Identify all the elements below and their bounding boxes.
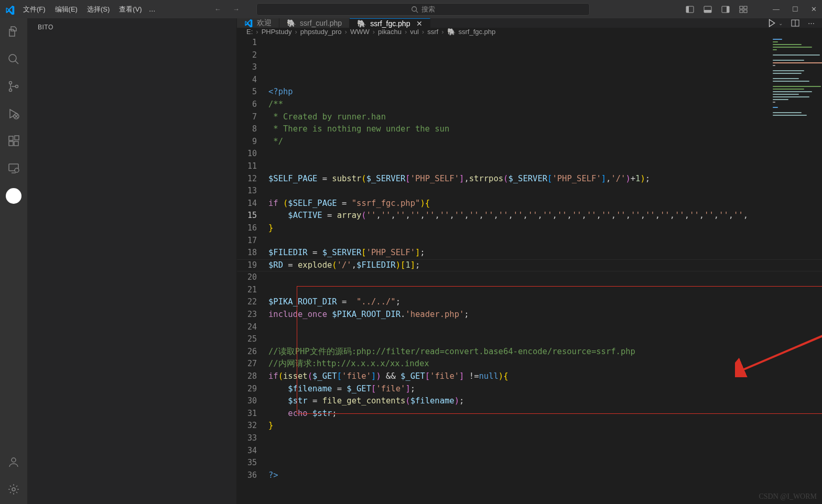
breadcrumb-file[interactable]: ssrf_fgc.php	[459, 28, 496, 36]
svg-line-13	[15, 61, 18, 64]
explorer-icon[interactable]	[6, 25, 21, 39]
bito-icon[interactable]	[6, 188, 21, 204]
breadcrumb[interactable]: E:› PHPstudy› phpstudy_pro› WWW› pikachu…	[237, 28, 822, 36]
php-icon: 🐘	[447, 28, 456, 36]
minimap[interactable]	[770, 36, 822, 172]
settings-icon[interactable]	[6, 482, 21, 497]
svg-rect-21	[15, 136, 19, 140]
tab-ssrf-curl[interactable]: 🐘 ssrf_curl.php	[279, 18, 350, 28]
vscode-logo-icon	[5, 5, 14, 14]
layout-secondary-icon[interactable]	[721, 5, 730, 14]
tab-ssrf-fgc[interactable]: 🐘 ssrf_fgc.php ✕	[350, 18, 430, 28]
menu-select[interactable]: 选择(S)	[87, 5, 110, 14]
svg-rect-7	[727, 6, 729, 13]
layout-customize-icon[interactable]	[739, 5, 748, 14]
account-icon[interactable]	[6, 455, 21, 469]
svg-point-14	[9, 82, 12, 84]
svg-point-12	[9, 54, 16, 62]
menu-view[interactable]: 查看(V)	[119, 5, 142, 14]
search-icon	[411, 6, 418, 13]
svg-point-16	[16, 85, 18, 88]
window-minimize-button[interactable]: —	[773, 5, 780, 13]
breadcrumb-segment[interactable]: E:	[246, 28, 253, 36]
watermark-text: CSDN @I_WORM	[759, 492, 817, 501]
window-close-button[interactable]: ✕	[811, 5, 817, 13]
tab-label: ssrf_fgc.php	[370, 19, 410, 28]
svg-rect-9	[744, 6, 747, 9]
run-file-button[interactable]	[767, 18, 776, 28]
tab-welcome[interactable]: 欢迎	[237, 18, 279, 28]
source-control-icon[interactable]	[6, 79, 21, 94]
svg-rect-19	[9, 141, 13, 146]
tab-close-icon[interactable]: ✕	[416, 19, 423, 28]
code-content[interactable]: <?php/** * Created by runner.han * There…	[268, 36, 822, 504]
svg-rect-11	[744, 10, 747, 13]
vscode-icon	[244, 19, 253, 27]
breadcrumb-segment[interactable]: pikachu	[378, 28, 402, 36]
php-icon: 🐘	[357, 19, 366, 28]
activity-bar	[0, 18, 27, 504]
title-bar: 文件(F) 编辑(E) 选择(S) 查看(V) … ← → 搜索 — ☐ ✕	[0, 0, 822, 18]
editor-tabs: 欢迎 🐘 ssrf_curl.php 🐘 ssrf_fgc.php ✕ ⌄ ⋯	[237, 18, 822, 28]
window-maximize-button[interactable]: ☐	[792, 5, 798, 13]
menu-edit[interactable]: 编辑(E)	[55, 5, 78, 14]
sidebar-panel: BITO	[27, 18, 237, 504]
menu-file[interactable]: 文件(F)	[23, 5, 46, 14]
svg-rect-18	[9, 136, 13, 140]
main-menu: 文件(F) 编辑(E) 选择(S) 查看(V)	[23, 5, 142, 14]
code-editor[interactable]: 1234567891011121314151617181920212223242…	[237, 36, 822, 504]
svg-point-24	[15, 168, 19, 172]
command-center-search[interactable]: 搜索	[256, 3, 590, 16]
breadcrumb-segment[interactable]: ssrf	[427, 28, 438, 36]
breadcrumb-segment[interactable]: vul	[410, 28, 419, 36]
svg-rect-20	[14, 141, 18, 146]
menu-overflow[interactable]: …	[149, 5, 156, 13]
svg-point-0	[412, 6, 416, 11]
svg-point-26	[12, 488, 15, 491]
breadcrumb-segment[interactable]: WWW	[350, 28, 370, 36]
search-icon[interactable]	[6, 52, 21, 67]
svg-rect-10	[740, 10, 743, 13]
remote-explorer-icon[interactable]	[6, 161, 21, 176]
layout-primary-icon[interactable]	[686, 5, 694, 14]
extensions-icon[interactable]	[6, 134, 21, 148]
breadcrumb-segment[interactable]: phpstudy_pro	[300, 28, 342, 36]
svg-point-25	[12, 458, 16, 462]
breadcrumb-segment[interactable]: PHPstudy	[262, 28, 292, 36]
tab-label: 欢迎	[257, 18, 272, 28]
nav-back-button[interactable]: ←	[214, 5, 221, 13]
search-placeholder: 搜索	[421, 5, 435, 14]
svg-line-1	[416, 10, 418, 13]
editor-area: 欢迎 🐘 ssrf_curl.php 🐘 ssrf_fgc.php ✕ ⌄ ⋯ …	[237, 18, 822, 504]
layout-bottom-icon[interactable]	[704, 5, 712, 14]
tab-label: ssrf_curl.php	[300, 19, 342, 27]
sidebar-title: BITO	[27, 18, 236, 36]
more-actions-button[interactable]: ⋯	[808, 19, 815, 27]
svg-point-15	[9, 89, 12, 92]
svg-rect-8	[740, 6, 743, 9]
svg-rect-3	[686, 6, 689, 13]
run-debug-icon[interactable]	[6, 106, 21, 121]
nav-forward-button[interactable]: →	[233, 5, 240, 13]
php-icon: 🐘	[287, 19, 296, 27]
svg-rect-5	[704, 10, 711, 13]
split-editor-button[interactable]	[791, 19, 799, 27]
